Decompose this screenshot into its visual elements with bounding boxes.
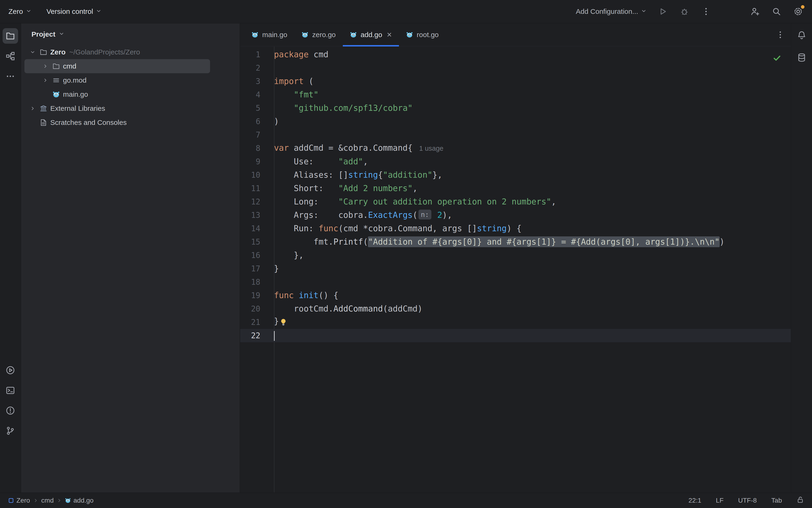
- code-line-6[interactable]: 6): [240, 115, 791, 128]
- line-number[interactable]: 19: [240, 289, 274, 302]
- code-line-3[interactable]: 3import (: [240, 75, 791, 88]
- project-tree: Zero~/GolandProjects/Zerocmdgo.modmain.g…: [21, 45, 240, 130]
- line-number[interactable]: 8: [240, 141, 274, 155]
- line-number[interactable]: 18: [240, 276, 274, 289]
- search-everywhere-icon[interactable]: [771, 6, 782, 17]
- code-line-5[interactable]: 5 "github.com/spf13/cobra": [240, 101, 791, 115]
- line-number[interactable]: 15: [240, 235, 274, 249]
- code-token: ,: [551, 197, 556, 206]
- breadcrumb-add.go[interactable]: add.go: [65, 497, 93, 504]
- line-number[interactable]: 1: [240, 48, 274, 61]
- code-line-16[interactable]: 16 },: [240, 249, 791, 262]
- go-file-icon: [302, 31, 309, 38]
- project-tree-item-cmd[interactable]: cmd: [25, 59, 210, 73]
- intention-bulb-icon[interactable]: [279, 317, 287, 330]
- line-number[interactable]: 7: [240, 128, 274, 141]
- caret-position-widget[interactable]: 22:1: [688, 497, 701, 504]
- code-line-17[interactable]: 17}: [240, 262, 791, 276]
- editor-tab-main.go[interactable]: main.go: [244, 24, 295, 46]
- code-line-7[interactable]: 7: [240, 128, 791, 141]
- line-number[interactable]: 13: [240, 208, 274, 222]
- code-editor[interactable]: 1package cmd23import (4 "fmt"5 "github.c…: [240, 46, 791, 493]
- code-token: fmt.: [274, 237, 334, 247]
- line-number[interactable]: 10: [240, 168, 274, 182]
- code-token: Long:: [274, 197, 338, 206]
- encoding-widget[interactable]: UTF-8: [738, 497, 757, 504]
- code-line-14[interactable]: 14 Run: func(cmd *cobra.Command, args []…: [240, 222, 791, 235]
- structure-toolwindow-button[interactable]: [3, 48, 18, 64]
- code-line-1[interactable]: 1package cmd: [240, 48, 791, 61]
- code-line-4[interactable]: 4 "fmt": [240, 88, 791, 101]
- code-line-2[interactable]: 2: [240, 61, 791, 75]
- database-toolwindow-icon[interactable]: [796, 52, 807, 63]
- line-separator-widget[interactable]: LF: [716, 497, 724, 504]
- code-line-18[interactable]: 18: [240, 276, 791, 289]
- inspections-ok-icon[interactable]: [773, 53, 781, 67]
- line-number[interactable]: 11: [240, 182, 274, 195]
- code-line-22[interactable]: 22: [240, 329, 791, 342]
- usage-inlay-hint[interactable]: 1 usage: [419, 144, 443, 152]
- project-tree-item-external-libraries[interactable]: External Libraries: [25, 101, 210, 116]
- code-line-text: fmt.Printf("Addition of #{args[0]} and #…: [274, 235, 725, 249]
- line-number[interactable]: 6: [240, 115, 274, 128]
- line-number[interactable]: 9: [240, 155, 274, 168]
- more-toolwindows-icon[interactable]: [3, 69, 18, 84]
- project-tree-item-scratches-and-consoles[interactable]: Scratches and Consoles: [25, 116, 210, 130]
- vcs-widget[interactable]: Version control: [46, 7, 102, 15]
- problems-toolwindow-button[interactable]: [3, 403, 18, 418]
- tab-options-icon[interactable]: [776, 24, 791, 46]
- code-line-9[interactable]: 9 Use: "add",: [240, 155, 791, 168]
- run-configurations-combo[interactable]: Add Configuration...: [576, 7, 647, 15]
- settings-gear-icon[interactable]: [793, 6, 804, 17]
- code-line-20[interactable]: 20 rootCmd.AddCommand(addCmd): [240, 302, 791, 315]
- line-number[interactable]: 5: [240, 101, 274, 115]
- debug-button[interactable]: [679, 6, 690, 17]
- editor-tab-add.go[interactable]: add.go×: [343, 24, 399, 46]
- run-button[interactable]: [657, 6, 668, 17]
- notifications-bell-icon[interactable]: [796, 30, 807, 40]
- editor-tab-zero.go[interactable]: zero.go: [295, 24, 343, 46]
- code-line-15[interactable]: 15 fmt.Printf("Addition of #{args[0]} an…: [240, 235, 791, 249]
- readonly-lock-icon[interactable]: [797, 496, 804, 505]
- line-number[interactable]: 12: [240, 195, 274, 208]
- terminal-toolwindow-button[interactable]: [3, 383, 18, 398]
- chevron-down-icon[interactable]: [27, 47, 38, 57]
- tree-item-label: cmd: [63, 62, 76, 70]
- code-line-8[interactable]: 8var addCmd = &cobra.Command{1 usage: [240, 141, 791, 155]
- module-icon: [8, 498, 14, 504]
- line-number[interactable]: 17: [240, 262, 274, 276]
- code-line-10[interactable]: 10 Aliases: []string{"addition"},: [240, 168, 791, 182]
- code-line-12[interactable]: 12 Long: "Carry out addition operation o…: [240, 195, 791, 208]
- project-tree-item-main.go[interactable]: main.go: [25, 87, 210, 101]
- code-with-me-icon[interactable]: [749, 6, 760, 17]
- breadcrumb-Zero[interactable]: Zero: [8, 497, 30, 504]
- code-line-11[interactable]: 11 Short: "Add 2 numbers",: [240, 182, 791, 195]
- line-number[interactable]: 21: [240, 315, 274, 329]
- line-number[interactable]: 2: [240, 61, 274, 75]
- git-toolwindow-button[interactable]: [3, 423, 18, 438]
- line-number[interactable]: 20: [240, 302, 274, 315]
- line-number[interactable]: 16: [240, 249, 274, 262]
- project-toolwindow-button[interactable]: [3, 28, 18, 44]
- project-tree-item-zero[interactable]: Zero~/GolandProjects/Zero: [25, 45, 210, 59]
- chevron-right-icon[interactable]: [40, 61, 51, 72]
- indent-widget[interactable]: Tab: [771, 497, 782, 504]
- project-panel-header[interactable]: Project: [21, 24, 240, 45]
- editor-tab-root.go[interactable]: root.go: [399, 24, 446, 46]
- project-widget[interactable]: Zero: [8, 7, 32, 15]
- code-line-21[interactable]: 21}: [240, 315, 791, 329]
- breadcrumb-cmd[interactable]: cmd: [41, 497, 54, 504]
- close-tab-icon[interactable]: ×: [387, 31, 392, 39]
- code-line-19[interactable]: 19func init() {: [240, 289, 791, 302]
- line-number[interactable]: 4: [240, 88, 274, 101]
- project-tree-item-go.mod[interactable]: go.mod: [25, 73, 210, 87]
- line-number[interactable]: 14: [240, 222, 274, 235]
- code-line-13[interactable]: 13 Args: cobra.ExactArgs(n: 2),: [240, 208, 791, 222]
- run-toolwindow-button[interactable]: [3, 363, 18, 378]
- more-actions-icon[interactable]: [701, 6, 711, 17]
- chevron-right-icon[interactable]: [27, 103, 38, 114]
- line-number[interactable]: 3: [240, 75, 274, 88]
- code-token: (cmd *cobra.Command, args []: [338, 224, 477, 233]
- line-number[interactable]: 22: [240, 329, 274, 342]
- chevron-right-icon[interactable]: [40, 75, 51, 86]
